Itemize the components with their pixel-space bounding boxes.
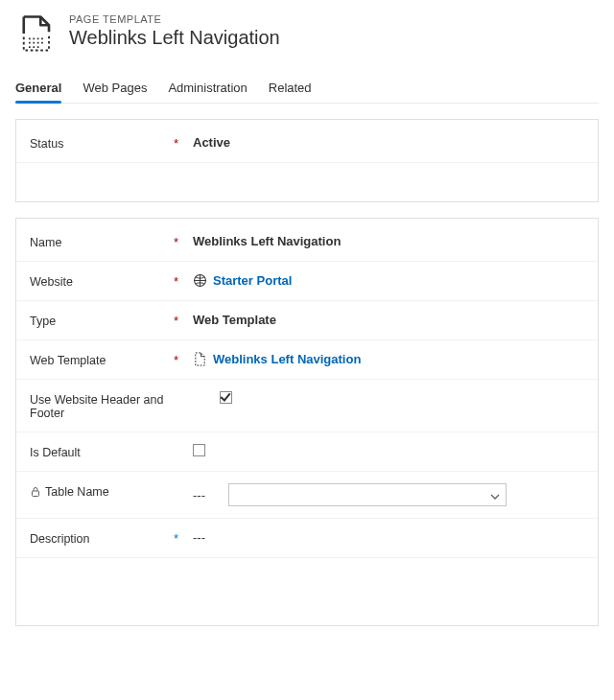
website-label: Website [30,273,174,289]
status-label: Status [30,135,174,151]
tab-web-pages[interactable]: Web Pages [83,75,147,103]
name-label: Name [30,234,174,249]
required-marker: * [174,234,193,248]
recommended-marker: * [174,530,193,545]
web-template-link[interactable]: Weblinks Left Navigation [213,352,361,366]
website-field[interactable]: Starter Portal [193,273,584,288]
lock-icon [30,486,41,498]
status-value[interactable]: Active [193,135,584,150]
page-icon [193,352,207,366]
required-marker: * [174,313,193,327]
table-name-value: --- [193,488,205,502]
web-template-label: Web Template [30,352,174,367]
tab-administration[interactable]: Administration [168,75,247,103]
entity-type-label: PAGE TEMPLATE [69,13,280,25]
page-template-entity-icon [15,13,56,54]
description-label: Description [30,530,174,546]
website-link[interactable]: Starter Portal [213,273,292,288]
is-default-checkbox[interactable] [193,444,205,456]
web-template-field[interactable]: Weblinks Left Navigation [193,352,584,366]
globe-icon [193,273,207,288]
type-label: Type [30,313,174,328]
general-panel: Name * Weblinks Left Navigation Website … [15,218,599,626]
use-header-footer-label: Use Website Header and Footer [30,391,174,420]
use-header-footer-checkbox[interactable] [220,391,232,404]
status-panel: Status * Active [15,119,599,202]
chevron-down-icon [490,490,500,500]
name-field[interactable]: Weblinks Left Navigation [193,234,584,248]
table-name-label: Table Name [30,483,174,499]
tab-related[interactable]: Related [269,75,312,103]
table-name-dropdown[interactable] [228,483,507,506]
required-marker: * [174,273,193,288]
form-tabs: General Web Pages Administration Related [15,75,599,104]
is-default-label: Is Default [30,444,174,459]
required-marker: * [174,135,193,150]
svg-rect-1 [33,491,39,497]
type-field[interactable]: Web Template [193,313,584,327]
tab-general[interactable]: General [15,75,61,103]
record-header: PAGE TEMPLATE Weblinks Left Navigation [15,13,599,54]
description-field[interactable]: --- [193,530,584,545]
required-marker: * [174,352,193,366]
record-title: Weblinks Left Navigation [69,27,280,49]
